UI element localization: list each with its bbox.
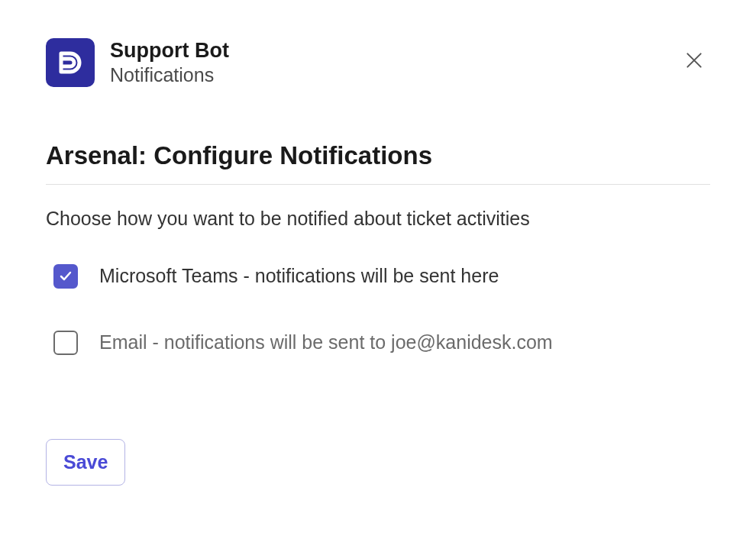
header-text: Support Bot Notifications: [110, 38, 229, 88]
divider: [46, 184, 710, 185]
section-title: Arsenal: Configure Notifications: [46, 141, 710, 170]
check-icon: [58, 269, 73, 284]
options-list: Microsoft Teams - notifications will be …: [46, 264, 710, 355]
app-subtitle: Notifications: [110, 63, 229, 88]
close-icon: [684, 50, 704, 70]
dialog-header: Support Bot Notifications: [46, 38, 710, 88]
close-button[interactable]: [678, 44, 710, 76]
support-bot-icon: [55, 47, 86, 78]
app-icon: [46, 38, 95, 87]
app-title: Support Bot: [110, 38, 229, 63]
checkbox-email[interactable]: [53, 331, 78, 355]
option-label-teams: Microsoft Teams - notifications will be …: [99, 265, 499, 287]
option-email: Email - notifications will be sent to jo…: [53, 331, 710, 355]
option-label-email: Email - notifications will be sent to jo…: [99, 331, 553, 353]
save-button[interactable]: Save: [46, 439, 125, 486]
option-teams: Microsoft Teams - notifications will be …: [53, 264, 710, 289]
checkbox-teams[interactable]: [53, 264, 78, 289]
section-description: Choose how you want to be notified about…: [46, 208, 710, 230]
header-left: Support Bot Notifications: [46, 38, 229, 88]
